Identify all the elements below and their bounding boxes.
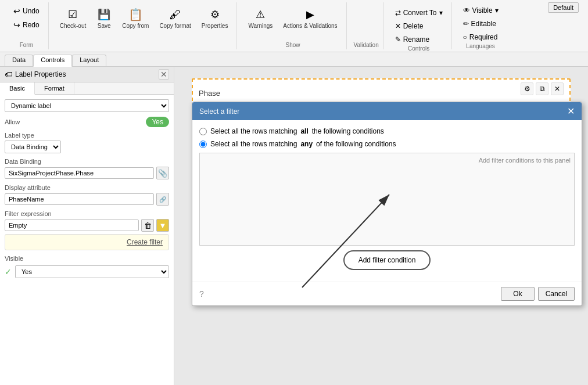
create-filter-popup: Create filter xyxy=(5,234,169,250)
convert-to-button[interactable]: ⇄ Convert To ▾ xyxy=(391,7,447,19)
rename-icon: ✎ xyxy=(395,35,401,44)
visible-button[interactable]: 👁 Visible ▾ xyxy=(459,5,503,16)
undo-redo-group: ↩ Undo ↪ Redo xyxy=(9,2,44,31)
tab-layout[interactable]: Layout xyxy=(72,55,106,66)
phase-icons: ⚙ ⧉ ✕ xyxy=(521,82,564,95)
filter-conditions-panel: Add filter conditions to this panel xyxy=(199,153,575,246)
canvas-inner: Phase ⚙ ⧉ ✕ Select a filter ✕ Select xyxy=(174,67,588,385)
create-filter-label[interactable]: Create filter xyxy=(127,238,163,246)
filter-clear-btn[interactable]: 🗑 xyxy=(141,219,154,232)
phase-copy-btn[interactable]: ⧉ xyxy=(536,82,548,95)
properties-icon: ⚙ xyxy=(208,8,222,21)
display-attribute-label: Display attribute xyxy=(5,184,169,191)
radio-row-all: Select all the rows matching all the fol… xyxy=(199,127,575,135)
phase-delete-btn[interactable]: ✕ xyxy=(551,82,564,95)
default-dropdown[interactable]: Default xyxy=(548,2,579,13)
copy-format-button[interactable]: 🖋 Copy format xyxy=(155,5,195,32)
required-icon: ○ xyxy=(463,33,467,41)
filter-panel-label: Add filter conditions to this panel xyxy=(479,157,571,164)
visible-select[interactable]: Yes xyxy=(15,265,169,278)
delete-button[interactable]: ✕ Delete xyxy=(391,20,447,32)
phase-settings-btn[interactable]: ⚙ xyxy=(521,82,533,95)
radio-any-bold: any xyxy=(300,140,313,148)
toolbar-section-form: ☑ Check-out 💾 Save 📋 Copy from 🖋 Copy fo… xyxy=(51,2,238,49)
select-filter-dialog: Select a filter ✕ Select all the rows ma… xyxy=(192,102,582,306)
copy-format-icon: 🖋 xyxy=(168,8,182,21)
dynamic-label-group: Dynamic label xyxy=(5,99,169,112)
tab-controls[interactable]: Controls xyxy=(33,55,72,67)
help-icon[interactable]: ? xyxy=(199,289,204,298)
delete-icon: ✕ xyxy=(395,22,401,30)
visible-dropdown-icon: ▾ xyxy=(495,6,499,15)
panel-title-bar: 🏷 Label Properties ✕ xyxy=(0,67,174,82)
warnings-button[interactable]: ⚠ Warnings xyxy=(244,5,277,32)
dynamic-label-row: Dynamic label xyxy=(5,99,169,112)
radio-all-bold: all xyxy=(300,127,308,135)
panel-close-button[interactable]: ✕ xyxy=(159,69,169,80)
properties-button[interactable]: ⚙ Properties xyxy=(198,5,232,32)
tab-bar: Data Controls Layout xyxy=(0,52,588,67)
radio-any-text1: Select all the rows matching xyxy=(210,140,297,148)
display-attribute-icon-btn[interactable]: 🔗 xyxy=(156,193,169,206)
panel-tab-basic[interactable]: Basic xyxy=(0,82,35,95)
visible-label: Visible xyxy=(472,6,493,15)
add-filter-condition-button[interactable]: Add filter condition xyxy=(343,250,431,270)
visible-row: ✓ Yes xyxy=(5,265,169,278)
undo-icon: ↩ xyxy=(13,6,20,16)
save-button[interactable]: 💾 Save xyxy=(92,5,116,32)
main-layout: 🏷 Label Properties ✕ Basic Format Dynami… xyxy=(0,67,588,385)
rename-button[interactable]: ✎ Rename xyxy=(391,34,447,45)
phase-label: Phase xyxy=(199,89,220,98)
radio-all-text2: the following conditions xyxy=(312,127,384,135)
allow-value: Yes xyxy=(152,118,163,126)
radio-any[interactable] xyxy=(199,141,207,148)
dynamic-label-select[interactable]: Dynamic label xyxy=(5,99,169,112)
actions-button[interactable]: ▶ Actions & Validations xyxy=(279,5,341,32)
label-type-select[interactable]: Data Binding xyxy=(5,141,61,153)
undo-label: Undo xyxy=(23,7,40,15)
required-button[interactable]: ○ Required xyxy=(459,31,503,43)
toolbar-section-edit: ↩ Undo ↪ Redo Form xyxy=(5,2,49,49)
controls-label: Controls xyxy=(408,45,429,53)
data-binding-icon-btn[interactable]: 📎 xyxy=(156,167,169,179)
radio-all[interactable] xyxy=(199,128,207,135)
panel-tab-format[interactable]: Format xyxy=(35,82,74,94)
actions-label: Actions & Validations xyxy=(283,23,337,29)
add-filter-container: Add filter condition xyxy=(199,250,575,270)
cancel-button[interactable]: Cancel xyxy=(538,287,575,301)
display-attribute-input[interactable] xyxy=(5,193,154,205)
filter-expression-input[interactable] xyxy=(5,220,139,231)
editable-icon: ✏ xyxy=(463,20,469,28)
radio-row-any: Select all the rows matching any of the … xyxy=(199,140,575,148)
checkout-button[interactable]: ☑ Check-out xyxy=(56,5,91,32)
allow-label: Allow xyxy=(5,118,144,125)
redo-label: Redo xyxy=(23,21,40,29)
show-label: Show xyxy=(285,42,300,49)
visible-group: Visible ✓ Yes xyxy=(5,255,169,278)
redo-button[interactable]: ↪ Redo xyxy=(9,19,44,31)
dialog-header: Select a filter ✕ xyxy=(192,102,582,120)
editable-button[interactable]: ✏ Editable xyxy=(459,18,503,30)
data-binding-label: Data Binding xyxy=(5,158,169,165)
visible-icon: 👁 xyxy=(463,6,470,15)
filter-edit-btn[interactable]: ▼ xyxy=(156,219,169,232)
label-type-group: Label type Data Binding xyxy=(5,132,169,153)
undo-button[interactable]: ↩ Undo xyxy=(9,5,44,17)
form-buttons-group: ☑ Check-out 💾 Save 📋 Copy from 🖋 Copy fo… xyxy=(56,2,232,49)
copy-from-icon: 📋 xyxy=(128,8,142,21)
required-label: Required xyxy=(469,33,498,41)
display-attribute-row: 🔗 xyxy=(5,193,169,206)
warnings-label: Warnings xyxy=(248,23,273,29)
visible-field-label: Visible xyxy=(5,255,169,262)
dialog-body: Select all the rows matching all the fol… xyxy=(192,120,582,282)
ok-button[interactable]: Ok xyxy=(501,287,534,301)
copy-from-button[interactable]: 📋 Copy from xyxy=(118,5,153,32)
allow-group: Allow Yes xyxy=(5,117,169,127)
dialog-close-btn[interactable]: ✕ xyxy=(567,106,575,117)
tab-data[interactable]: Data xyxy=(5,55,33,66)
controls-group: ⇄ Convert To ▾ ✕ Delete ✎ Rename xyxy=(391,2,447,45)
allow-toggle[interactable]: Yes xyxy=(146,117,169,127)
toolbar-section-validation: Validation xyxy=(349,2,384,49)
checkout-label: Check-out xyxy=(60,23,87,29)
data-binding-input[interactable] xyxy=(5,167,154,179)
